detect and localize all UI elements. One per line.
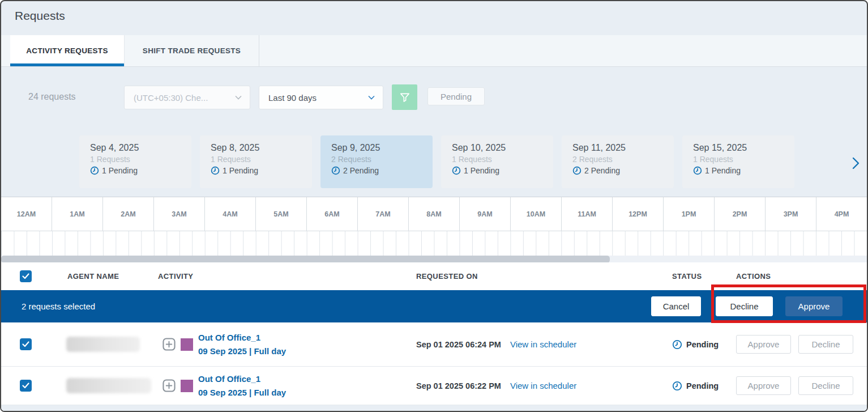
hour-label: 1PM — [663, 197, 714, 231]
date-card-requests: 1 Requests — [90, 155, 191, 164]
date-card[interactable]: Sep 11, 2025 2 Requests 2 Pending — [562, 135, 674, 188]
requested-on-timestamp: Sep 01 2025 06:24 PM — [416, 340, 501, 349]
row-checkbox[interactable] — [20, 338, 32, 350]
row-approve-button[interactable]: Approve — [736, 376, 791, 395]
row-decline-button[interactable]: Decline — [798, 376, 853, 395]
clock-icon — [572, 166, 581, 175]
timeline-tick-row — [1, 231, 867, 256]
header-activity: ACTIVITY — [158, 272, 416, 281]
date-card-pending: 1 Pending — [223, 166, 258, 175]
header-agent-name: AGENT NAME — [67, 272, 158, 281]
date-card[interactable]: Sep 8, 2025 1 Requests 1 Pending — [200, 135, 312, 188]
tab-activity-requests-label: ACTIVITY REQUESTS — [26, 46, 108, 55]
check-icon — [22, 383, 29, 389]
date-card[interactable]: Sep 10, 2025 1 Requests 1 Pending — [441, 135, 553, 188]
hour-label: 3PM — [765, 197, 816, 231]
hour-label: 10AM — [510, 197, 561, 231]
date-card-requests: 2 Requests — [331, 155, 433, 164]
tab-bar: ACTIVITY REQUESTS SHIFT TRADE REQUESTS — [1, 35, 867, 67]
bulk-approve-button[interactable]: Approve — [785, 296, 843, 316]
hour-label: 12AM — [1, 197, 52, 231]
date-card-date: Sep 10, 2025 — [452, 143, 553, 153]
clock-icon — [452, 166, 461, 175]
date-card-pending: 1 Pending — [705, 166, 741, 175]
request-count: 24 requests — [28, 92, 76, 102]
date-card-date: Sep 4, 2025 — [90, 143, 191, 153]
agent-name-redacted — [66, 337, 140, 352]
date-card[interactable]: Sep 4, 2025 1 Requests 1 Pending — [79, 135, 191, 188]
date-card-pending: 1 Pending — [464, 166, 499, 175]
hour-label: 12PM — [612, 197, 663, 231]
activity-name-link[interactable]: Out Of Office_1 — [198, 374, 286, 384]
activity-color-swatch — [181, 380, 193, 392]
date-card[interactable]: Sep 15, 2025 1 Requests 1 Pending — [682, 135, 794, 188]
check-icon — [22, 273, 29, 279]
timeline: 12AM 1AM 2AM 3AM 4AM 5AM 6AM 7AM 8AM 9AM… — [1, 197, 867, 263]
view-in-scheduler-link[interactable]: View in scheduler — [510, 381, 576, 390]
tab-activity-requests[interactable]: ACTIVITY REQUESTS — [10, 35, 124, 66]
date-card-date: Sep 9, 2025 — [331, 143, 433, 153]
date-card-date: Sep 11, 2025 — [572, 143, 674, 153]
plus-expand-icon[interactable] — [163, 379, 176, 392]
table-row: Out Of Office_1 09 Sep 2025 | Full day S… — [1, 367, 867, 405]
hour-label: 11AM — [561, 197, 612, 231]
bulk-decline-button[interactable]: Decline — [716, 296, 773, 316]
row-approve-button[interactable]: Approve — [736, 335, 791, 354]
requests-table: AGENT NAME ACTIVITY REQUESTED ON STATUS … — [1, 262, 867, 411]
status-badge: Pending — [686, 381, 719, 390]
activity-detail: 09 Sep 2025 | Full day — [198, 388, 286, 397]
date-range-dropdown-value: Last 90 days — [268, 93, 317, 103]
date-card-pending: 2 Pending — [343, 166, 379, 175]
pending-filter-chip-label: Pending — [441, 92, 472, 101]
hour-label: 7AM — [357, 197, 408, 231]
date-card-requests: 1 Requests — [693, 155, 794, 164]
hour-label: 6AM — [306, 197, 357, 231]
pending-filter-chip[interactable]: Pending — [427, 87, 485, 105]
check-icon — [22, 341, 29, 347]
filter-button[interactable] — [392, 84, 417, 110]
table-row: Out Of Office_1 09 Sep 2025 | Full day S… — [1, 322, 867, 367]
date-range-dropdown[interactable]: Last 90 days — [259, 86, 383, 109]
activity-detail: 09 Sep 2025 | Full day — [198, 346, 286, 356]
activity-name-link[interactable]: Out Of Office_1 — [198, 333, 286, 342]
funnel-icon — [399, 91, 411, 104]
view-in-scheduler-link[interactable]: View in scheduler — [510, 339, 576, 349]
table-header-row: AGENT NAME ACTIVITY REQUESTED ON STATUS … — [1, 262, 867, 290]
date-card-requests: 1 Requests — [211, 155, 312, 164]
hour-label: 8AM — [408, 197, 459, 231]
hour-label: 4AM — [204, 197, 255, 231]
chevron-down-icon — [235, 95, 242, 100]
clock-icon — [211, 166, 220, 175]
chevron-right-icon — [852, 157, 860, 169]
row-decline-button[interactable]: Decline — [798, 335, 853, 354]
clock-icon — [672, 339, 682, 350]
header-requested-on: REQUESTED ON — [416, 272, 672, 281]
bottom-strip — [1, 405, 867, 411]
activity-color-swatch — [181, 338, 193, 351]
requested-on-timestamp: Sep 01 2025 06:22 PM — [416, 381, 501, 390]
row-checkbox[interactable] — [20, 380, 32, 392]
carousel-next-button[interactable] — [848, 155, 863, 171]
selection-count-label: 2 requests selected — [22, 301, 95, 311]
tab-shift-trade-requests[interactable]: SHIFT TRADE REQUESTS — [124, 35, 259, 66]
hour-label: 1AM — [52, 197, 102, 231]
cancel-button[interactable]: Cancel — [651, 296, 701, 316]
timezone-dropdown-value: (UTC+05:30) Che... — [134, 93, 208, 103]
tabbar-spacer — [1, 35, 10, 66]
select-all-checkbox[interactable] — [20, 270, 32, 282]
hour-label: 4PM — [816, 197, 867, 231]
plus-expand-icon[interactable] — [163, 338, 176, 351]
header-actions: ACTIONS — [736, 272, 867, 281]
status-badge: Pending — [686, 340, 719, 349]
hour-label: 2AM — [102, 197, 153, 231]
agent-name-redacted — [66, 378, 151, 393]
clock-icon — [693, 166, 702, 175]
hour-label: 3AM — [153, 197, 204, 231]
tab-shift-trade-requests-label: SHIFT TRADE REQUESTS — [143, 46, 241, 55]
date-card-date: Sep 8, 2025 — [211, 143, 312, 153]
selection-action-bar: 2 requests selected Cancel Decline Appro… — [1, 290, 867, 322]
date-card-pending: 1 Pending — [102, 166, 138, 175]
date-card-selected[interactable]: Sep 9, 2025 2 Requests 2 Pending — [320, 135, 433, 188]
timezone-dropdown[interactable]: (UTC+05:30) Che... — [124, 86, 250, 109]
hour-label: 2PM — [714, 197, 765, 231]
